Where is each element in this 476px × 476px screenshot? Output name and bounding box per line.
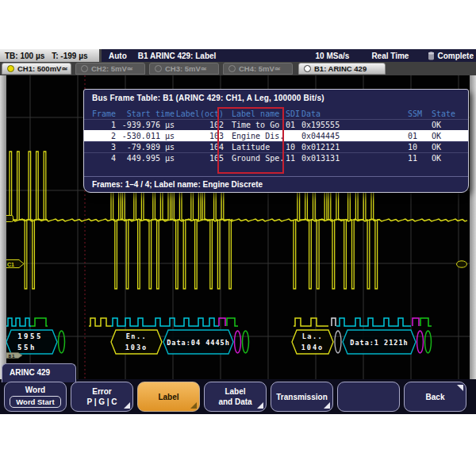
column-header: Data: [301, 109, 406, 119]
decode-word1-line1: 1955: [17, 332, 43, 340]
column-header: Frame: [84, 109, 116, 119]
menu-tab-arinc429: ARINC 429: [2, 363, 76, 382]
error-button[interactable]: Error P | G | C: [71, 382, 133, 412]
empty-softkey-button[interactable]: [337, 382, 400, 412]
frame-table-cell: OK: [427, 120, 459, 130]
transmission-button[interactable]: Transmission: [271, 382, 333, 412]
trigger-time-value: T: -199 µs: [52, 52, 87, 60]
column-header: SSM: [406, 109, 427, 119]
dialog-footer: Frames: 1–4 / 4; Label name: Engine Disc…: [84, 176, 468, 192]
menu-tab-label: ARINC 429: [10, 368, 50, 377]
frame-table-cell: 102: [175, 120, 224, 130]
frame-table-row[interactable]: 4449.995 µs105Ground Spe.110x01313111OK: [84, 152, 468, 163]
submenu-corner-icon: [124, 402, 130, 409]
decode-data2-text: Data:1 2121h: [350, 339, 408, 347]
frame-table-cell: OK: [427, 142, 459, 152]
right-level-marker[interactable]: [457, 261, 467, 267]
back-button-label: Back: [426, 393, 445, 401]
bus-label-tag-text: B1: [9, 353, 16, 359]
word-start-button[interactable]: Word Start: [10, 396, 60, 408]
tab-ch1-label: CH1: 500mV≃: [17, 64, 67, 73]
frame-table-cell: Time to Go: [224, 120, 282, 130]
right-bezel: [470, 75, 476, 379]
acquisition-state: Complete: [428, 52, 474, 60]
frame-table-cell: 449.995 µs: [116, 153, 175, 163]
error-button-sublabel: P | G | C: [86, 397, 117, 406]
frame-table-row[interactable]: 3-79.989 µs104Latitude100x01212110OK: [84, 141, 468, 152]
tab-ch4[interactable]: CH4: 5mV≃: [223, 63, 293, 75]
label-and-data-button[interactable]: Label and Data: [204, 382, 267, 412]
frame-table-cell: 01: [282, 120, 301, 130]
back-button[interactable]: Back: [404, 382, 466, 412]
decode-parity-bracket-icon: [235, 331, 241, 353]
softkey-menu-bar: Word Word Start Error P | G | C Label La…: [0, 382, 476, 413]
frame-table-cell: -939.976 µs: [116, 120, 175, 130]
status-bar: TB: 100 µs T: -199 µs Auto B1 ARINC 429:…: [0, 49, 476, 62]
column-header: Start time: [116, 109, 175, 119]
frame-table-body: 1-939.976 µs102Time to Go010x195555OK2-5…: [84, 119, 468, 163]
back-corner-icon: [457, 385, 463, 391]
tab-ch4-label: CH4: 5mV≃: [239, 64, 281, 73]
frame-table-cell: Engine Dis.: [224, 131, 282, 141]
acquisition-mode: Real Time: [371, 52, 409, 60]
timebase-value: TB: 100 µs: [5, 52, 44, 60]
tab-ch2[interactable]: CH2: 5mV≃: [75, 63, 145, 75]
word-button-label: Word: [25, 386, 45, 394]
column-header: SDI: [282, 109, 301, 119]
acquisition-state-label: Complete: [437, 52, 474, 60]
frame-table-cell: 10: [282, 142, 301, 152]
label-and-data-line2: and Data: [218, 397, 251, 406]
frame-table-cell: [282, 131, 301, 141]
frame-table-cell: 1: [84, 120, 116, 130]
label-button-selected[interactable]: Label: [137, 382, 200, 412]
bus-bit-trace: [6, 318, 432, 326]
label-button-label: Label: [158, 393, 178, 401]
frame-table-cell: OK: [427, 131, 459, 141]
frame-table-header: FrameStart timeLabel(oct)Label nameSDIDa…: [84, 109, 468, 119]
frame-table-cell: 0x044445: [301, 131, 406, 141]
ch1-active-icon: [7, 65, 14, 72]
submenu-corner-icon: [257, 402, 263, 409]
frame-table-cell: 0x013131: [301, 153, 406, 163]
frame-table-cell: OK: [427, 153, 459, 163]
tab-b1-label: B1: ARINC 429: [314, 64, 367, 73]
ch3-inactive-icon: [155, 65, 162, 72]
bus-frame-table-dialog: Bus Frame Table: B1 (ARINC 429: CH1, A L…: [83, 89, 469, 193]
frame-table-cell: -79.989 µs: [116, 142, 175, 152]
decode-label1-line1: En..: [126, 332, 147, 340]
channel-tab-bar: CH1: 500mV≃ CH2: 5mV≃ CH3: 5mV≃ CH4: 5mV…: [0, 62, 476, 75]
acquisition-icon: [428, 52, 435, 60]
frame-table-cell: 4: [84, 153, 116, 163]
frame-table-cell: 11: [282, 153, 301, 163]
frame-table-cell: 11: [406, 153, 427, 163]
frame-table-row[interactable]: 2-530.011 µs103Engine Dis.0x04444501OK: [84, 130, 468, 141]
frame-table-cell: 105: [175, 153, 224, 163]
decode-data1-text: Data:04 4445h: [167, 339, 230, 347]
tab-ch3[interactable]: CH3: 5mV≃: [149, 63, 219, 75]
decode-label2-line1: La..: [302, 332, 323, 340]
frame-table-cell: 0x195555: [301, 120, 406, 130]
decode-label2-line2: 104o: [301, 344, 324, 351]
frame-table-cell: 01: [406, 131, 427, 141]
frame-table-cell: 0x012121: [301, 142, 406, 152]
column-header: Label name: [224, 109, 282, 119]
sample-rate: 10 MSa/s: [316, 52, 350, 60]
frame-table-row[interactable]: 1-939.976 µs102Time to Go010x195555OK: [84, 119, 468, 130]
decode-gap-bracket-icon: [243, 331, 249, 353]
tab-b1-bus[interactable]: B1: ARINC 429: [298, 63, 386, 75]
decode-word1-line2: 55h: [17, 344, 36, 351]
frame-table-cell: -530.011 µs: [116, 131, 175, 141]
submenu-corner-icon: [190, 402, 197, 409]
word-button[interactable]: Word Word Start: [4, 382, 67, 412]
decode-gap-bracket-icon: [425, 331, 432, 353]
ch1-ground-marker-label: C1: [7, 262, 14, 267]
timebase-box: TB: 100 µs T: -199 µs: [0, 49, 102, 62]
frame-table-cell: 10: [406, 142, 427, 152]
b1-radio-icon: [304, 65, 311, 72]
frame-table: FrameStart timeLabel(oct)Label nameSDIDa…: [84, 109, 468, 163]
tab-ch2-label: CH2: 5mV≃: [91, 64, 133, 73]
waveform-level-marker[interactable]: [6, 216, 13, 222]
tab-ch1[interactable]: CH1: 500mV≃: [2, 63, 71, 75]
trigger-mode: Auto: [109, 52, 127, 60]
frame-table-cell: 103: [175, 131, 224, 141]
